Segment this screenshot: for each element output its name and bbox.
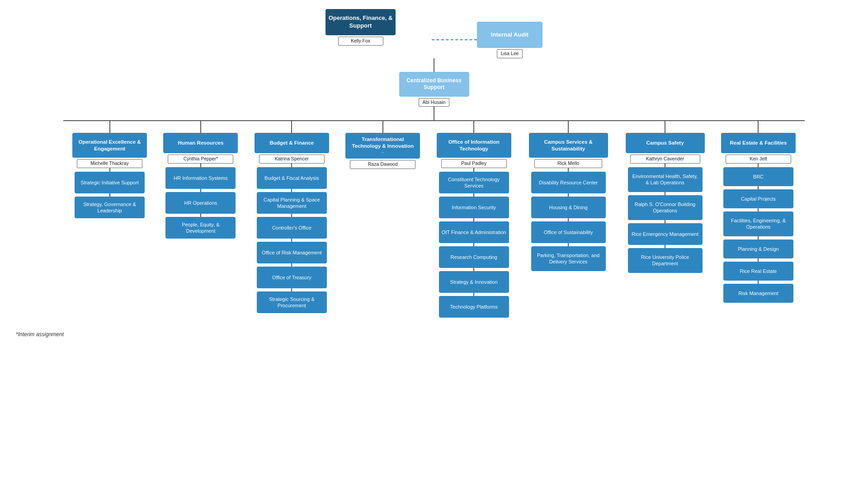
child-treasury: Office of Treasury (257, 267, 327, 288)
dept-box-col5: Office of Information Technology (437, 133, 511, 158)
children-col5: Constituent Technology Services Informat… (439, 172, 509, 318)
child-sourcing: Strategic Sourcing & Procurement (257, 291, 327, 313)
child-planning-design: Planning & Design (723, 239, 793, 258)
child-strategic-initiative: Strategic Initiative Support (75, 172, 145, 193)
child-budget-fiscal: Budget & Fiscal Analysis (257, 167, 327, 189)
child-brc: BRC (723, 167, 793, 186)
child-parking: Parking, Transportation, and Delivery Se… (531, 246, 606, 271)
leader-col8: Ken Jett (726, 155, 791, 164)
h-branch-line (63, 120, 805, 121)
dept-box-col2: Human Resources (163, 133, 238, 153)
child-disability: Disability Resource Center (531, 172, 606, 193)
v-line-root-to-cbs (434, 58, 434, 72)
leader-col4: Raza Dawood (350, 160, 415, 169)
internal-audit-box: Internal Audit (477, 22, 542, 48)
child-people-equity: People, Equity, & Development (165, 217, 236, 239)
dept-box-col6: Campus Services & Sustainability (529, 133, 608, 158)
children-col6: Disability Resource Center Housing & Din… (531, 172, 606, 271)
child-info-security: Information Security (439, 197, 509, 218)
children-col3: Budget & Fiscal Analysis Capital Plannin… (257, 167, 327, 313)
leader-col5: Paul Padley (441, 159, 507, 168)
dept-box-col7: Campus Safety (626, 133, 705, 153)
child-housing: Housing & Dining (531, 197, 606, 218)
footnote: *Interim assignment (7, 331, 861, 338)
child-strategy-innovation: Strategy & Innovation (439, 271, 509, 293)
leader-col7: Kathryn Cavender (630, 155, 700, 164)
column-budget-finance: Budget & Finance Katrina Spencer Budget … (250, 120, 334, 313)
children-col2: HR Information Systems HR Operations Peo… (165, 167, 236, 239)
children-col1: Strategic Initiative Support Strategy, G… (75, 172, 145, 218)
v-line-cbs-to-branch (434, 107, 434, 120)
column-campus-safety: Campus Safety Kathryn Cavender Environme… (621, 120, 709, 273)
root-node: Operations, Finance, & Support Kelly Fox (326, 9, 396, 46)
leader-col1: Michelle Thackray (77, 159, 142, 168)
leader-col2: Cynthia Pepper* (168, 155, 233, 164)
child-facilities-eng: Facilities, Engineering, & Operations (723, 211, 793, 236)
child-strategy-governance: Strategy, Governance & Leadership (75, 197, 145, 218)
child-cts: Constituent Technology Services (439, 172, 509, 193)
column-campus-services: Campus Services & Sustainability Rick Me… (523, 120, 613, 271)
column-real-estate: Real Estate & Facilities Ken Jett BRC (717, 120, 800, 303)
column-operational-excellence: Operational Excellence & Engagement Mich… (68, 120, 151, 218)
column-oit: Office of Information Technology Paul Pa… (432, 120, 516, 318)
child-emergency-mgmt: Rice Emergency Management (628, 223, 703, 245)
cbs-box: Centralized Business Support (399, 72, 469, 97)
child-sustainability: Office of Sustainability (531, 221, 606, 243)
child-controller: Controller's Office (257, 217, 327, 239)
column-tti: Transformational Technology & Innovation… (341, 120, 425, 169)
child-env-health: Environmental Health, Safety, & Lab Oper… (628, 167, 703, 192)
child-ralph-oconnor: Ralph S. O'Connor Building Operations (628, 195, 703, 220)
child-capital-projects: Capital Projects (723, 189, 793, 208)
internal-audit-name: Lisa Lee (497, 49, 523, 58)
dept-box-col3: Budget & Finance (255, 133, 329, 153)
internal-audit-node: Internal Audit Lisa Lee (477, 22, 542, 58)
child-rice-real-estate: Rice Real Estate (723, 262, 793, 281)
child-oit-finance: OIT Finance & Administration (439, 221, 509, 243)
dept-box-col1: Operational Excellence & Engagement (72, 133, 147, 158)
leader-col3: Katrina Spencer (259, 155, 325, 164)
children-col7: Environmental Health, Safety, & Lab Oper… (628, 167, 703, 273)
column-human-resources: Human Resources Cynthia Pepper* HR Infor… (159, 120, 242, 239)
child-risk-management-ref: Risk Management (723, 284, 793, 303)
child-capital-planning: Capital Planning & Space Management (257, 192, 327, 214)
dept-box-col4: Transformational Technology & Innovation… (345, 133, 420, 159)
org-chart-container: Operations, Finance, & Support Kelly Fox… (0, 0, 868, 365)
child-hr-info: HR Information Systems (165, 167, 236, 189)
children-col8: BRC Capital Projects Facilities, Enginee… (723, 167, 793, 303)
leader-col6: Rick Mello (534, 159, 602, 168)
child-police: Rice University Police Department (628, 248, 703, 273)
child-risk-mgmt: Office of Risk Management (257, 242, 327, 263)
cbs-node: Centralized Business Support Abi Husain (399, 72, 469, 107)
dotted-connector (432, 39, 477, 40)
child-hr-ops: HR Operations (165, 192, 236, 214)
child-research-computing: Research Computing (439, 246, 509, 268)
root-box: Operations, Finance, & Support (326, 9, 396, 35)
root-name: Kelly Fox (338, 37, 383, 46)
dept-box-col8: Real Estate & Facilities (721, 133, 796, 153)
v-drop-col1 (109, 120, 110, 133)
child-tech-platforms: Technology Platforms (439, 296, 509, 318)
cbs-name: Abi Husain (419, 98, 450, 107)
